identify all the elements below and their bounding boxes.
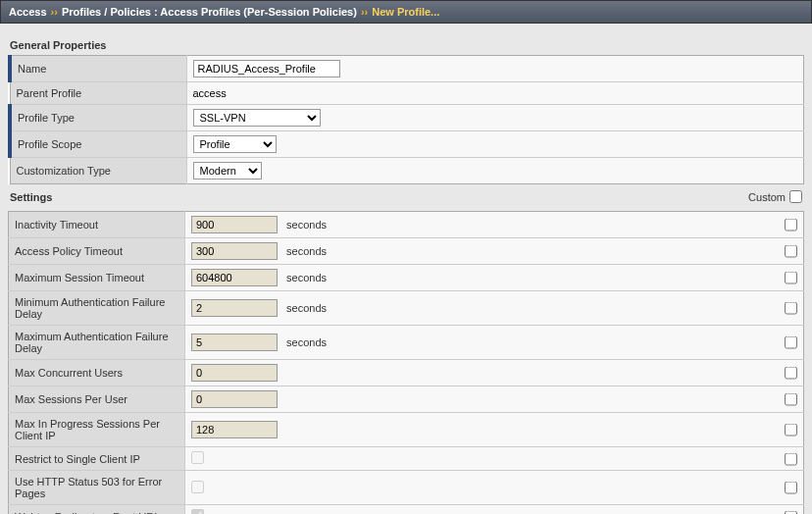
settings-table: Inactivity Timeout seconds Access Policy… xyxy=(8,211,804,514)
max-sessions-per-user-input[interactable] xyxy=(191,390,278,408)
seconds-unit: seconds xyxy=(286,272,327,283)
webtop-redirect-label: Webtop Redirect on Root URI xyxy=(9,505,185,515)
max-auth-fail-delay-label: Maximum Authentication Failure Delay xyxy=(9,326,185,360)
restrict-single-ip-checkbox xyxy=(191,451,204,464)
max-concurrent-users-label: Max Concurrent Users xyxy=(9,360,185,386)
breadcrumb-bar: Access ›› Profiles / Policies : Access P… xyxy=(0,0,812,24)
max-in-progress-input[interactable] xyxy=(191,421,278,438)
settings-header: Settings Custom xyxy=(8,184,804,207)
name-input[interactable] xyxy=(193,60,340,77)
customization-type-label: Customization Type xyxy=(10,158,186,184)
section-title: Settings xyxy=(10,191,52,203)
max-session-timeout-custom-checkbox[interactable] xyxy=(785,272,797,284)
use-http-503-label: Use HTTP Status 503 for Error Pages xyxy=(9,471,185,505)
max-auth-fail-delay-custom-checkbox[interactable] xyxy=(785,336,797,349)
breadcrumb-current: New Profile... xyxy=(372,6,439,18)
max-sessions-per-user-label: Max Sessions Per User xyxy=(9,386,185,413)
general-properties-table: Name Parent Profile access Profile Type … xyxy=(8,55,804,184)
webtop-redirect-checkbox xyxy=(191,509,204,514)
seconds-unit: seconds xyxy=(286,219,327,231)
seconds-unit: seconds xyxy=(286,336,327,348)
breadcrumb-sep-icon: ›› xyxy=(51,6,58,18)
min-auth-fail-delay-input[interactable] xyxy=(191,299,278,317)
use-http-503-checkbox xyxy=(191,481,204,493)
webtop-redirect-custom-checkbox[interactable] xyxy=(785,510,797,514)
inactivity-timeout-label: Inactivity Timeout xyxy=(9,212,185,238)
seconds-unit: seconds xyxy=(286,302,327,314)
parent-profile-label: Parent Profile xyxy=(10,82,186,105)
max-in-progress-label: Max In Progress Sessions Per Client IP xyxy=(9,413,185,447)
customization-type-select[interactable]: Modern xyxy=(193,162,262,180)
max-concurrent-users-custom-checkbox[interactable] xyxy=(785,367,797,380)
restrict-single-ip-custom-checkbox[interactable] xyxy=(785,452,797,465)
section-title: General Properties xyxy=(10,39,106,51)
use-http-503-custom-checkbox[interactable] xyxy=(785,482,797,494)
inactivity-timeout-custom-checkbox[interactable] xyxy=(785,219,797,231)
breadcrumb-root[interactable]: Access xyxy=(9,6,47,18)
seconds-unit: seconds xyxy=(286,245,327,257)
max-sessions-per-user-custom-checkbox[interactable] xyxy=(785,393,797,406)
breadcrumb-sep-icon: ›› xyxy=(361,6,368,18)
min-auth-fail-delay-custom-checkbox[interactable] xyxy=(785,302,797,315)
max-session-timeout-input[interactable] xyxy=(191,269,278,286)
access-policy-timeout-label: Access Policy Timeout xyxy=(9,238,185,265)
max-concurrent-users-input[interactable] xyxy=(191,364,278,382)
restrict-single-ip-label: Restrict to Single Client IP xyxy=(9,447,185,471)
access-policy-timeout-input[interactable] xyxy=(191,242,278,260)
breadcrumb-middle[interactable]: Profiles / Policies : Access Profiles (P… xyxy=(62,6,357,18)
max-in-progress-custom-checkbox[interactable] xyxy=(785,424,797,437)
parent-profile-value: access xyxy=(193,87,227,99)
max-session-timeout-label: Maximum Session Timeout xyxy=(9,265,185,291)
name-label: Name xyxy=(10,56,186,82)
custom-all-checkbox[interactable] xyxy=(789,190,802,203)
access-policy-timeout-custom-checkbox[interactable] xyxy=(785,245,797,258)
profile-scope-select[interactable]: Profile xyxy=(193,135,277,153)
max-auth-fail-delay-input[interactable] xyxy=(191,334,278,351)
min-auth-fail-delay-label: Minimum Authentication Failure Delay xyxy=(9,291,185,326)
profile-type-label: Profile Type xyxy=(10,105,186,131)
inactivity-timeout-input[interactable] xyxy=(191,216,278,233)
general-properties-header: General Properties xyxy=(8,33,804,55)
profile-type-select[interactable]: SSL-VPN xyxy=(193,109,321,127)
custom-label: Custom xyxy=(748,191,786,203)
profile-scope-label: Profile Scope xyxy=(10,131,186,158)
